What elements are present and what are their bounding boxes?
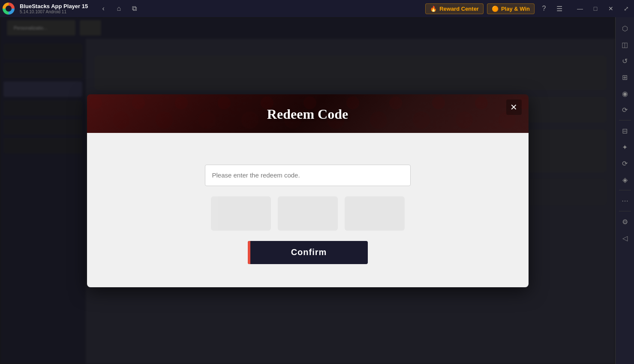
expand-button[interactable]: ⤢ [619,0,634,17]
play-win-button[interactable]: 🟠 Play & Win [487,3,535,14]
dialog-title: Redeem Code [267,106,348,122]
menu-button[interactable]: ☰ [553,3,565,15]
sidebar-icon-9[interactable]: ⟳ [617,156,633,171]
dialog-header: Redeem Code ✕ [87,94,529,133]
sidebar-icon-7[interactable]: ⊟ [617,123,633,138]
app-version: 5.14.10.1007 Android 11 [20,9,88,14]
minimize-button[interactable]: — [572,0,588,17]
back-button[interactable]: ‹ [96,2,110,15]
reward-center-button[interactable]: 🔥 Reward Center [425,3,484,14]
help-button[interactable]: ? [538,3,550,15]
logo-inner [6,6,12,12]
title-bar-right: 🔥 Reward Center 🟠 Play & Win ? ☰ [425,3,565,15]
nav-buttons: ‹ ⌂ ⧉ [96,2,141,15]
reward-center-icon: 🔥 [430,6,437,12]
sidebar-back-icon[interactable]: ◁ [617,230,633,246]
sidebar-icon-5[interactable]: ◉ [617,86,633,101]
maximize-button[interactable]: □ [588,0,603,17]
home-button[interactable]: ⌂ [112,2,126,15]
play-win-label: Play & Win [501,6,530,12]
confirm-button-label: Confirm [291,247,327,257]
dialog-body: Confirm [87,133,529,287]
sidebar-icon-6[interactable]: ⟳ [617,102,633,117]
redeem-code-dialog: Redeem Code ✕ Confirm [87,94,529,287]
confirm-button[interactable]: Confirm [248,241,368,264]
sidebar-icon-2[interactable]: ◫ [617,37,633,52]
redeem-code-input[interactable] [205,165,411,186]
sidebar-icon-10[interactable]: ◈ [617,172,633,187]
app-info: BlueStacks App Player 15 5.14.10.1007 An… [20,3,88,14]
logo-circle [3,3,15,15]
window-controls: — □ ✕ ⤢ [572,0,634,17]
sidebar-divider-1 [619,120,631,120]
tabs-button[interactable]: ⧉ [127,2,141,15]
sidebar-divider-2 [619,190,631,190]
sidebar-icon-3[interactable]: ↺ [617,53,633,69]
dialog-bg-decorations [104,196,511,231]
title-bar: BlueStacks App Player 15 5.14.10.1007 An… [0,0,634,17]
sidebar-settings-icon[interactable]: ⚙ [617,214,633,229]
sidebar-icon-1[interactable]: ⬡ [617,21,633,36]
right-sidebar: ⬡ ◫ ↺ ⊞ ◉ ⟳ ⊟ ✦ ⟳ ◈ ⋯ ⚙ ◁ [615,17,634,364]
reward-center-label: Reward Center [439,6,479,12]
app-logo [0,0,17,17]
sidebar-icon-8[interactable]: ✦ [617,139,633,155]
close-button[interactable]: ✕ [603,0,619,17]
app-name: BlueStacks App Player 15 [20,3,88,9]
sidebar-divider-3 [619,211,631,211]
sidebar-icon-11[interactable]: ⋯ [617,193,633,208]
play-win-icon: 🟠 [492,6,499,12]
dialog-close-button[interactable]: ✕ [506,99,522,115]
sidebar-icon-4[interactable]: ⊞ [617,69,633,85]
